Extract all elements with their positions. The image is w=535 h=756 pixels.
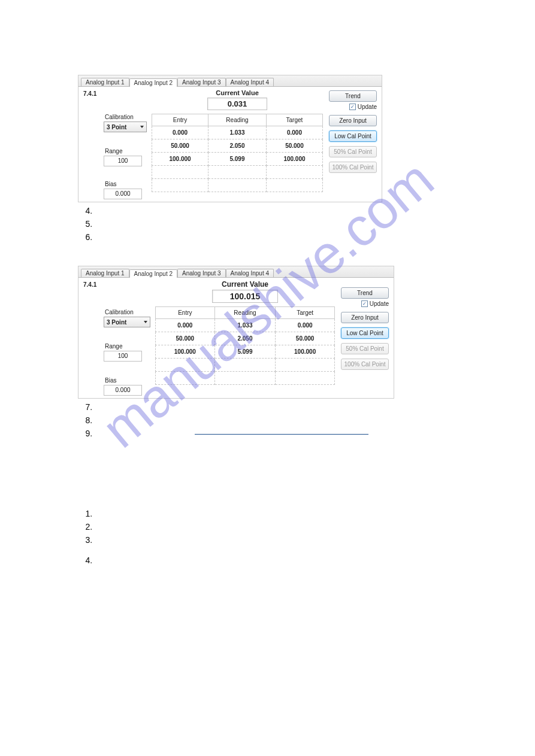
- tab-analog-input-3[interactable]: Analog Input 3: [177, 269, 226, 277]
- table-row: 50.0002.05050.000: [152, 139, 323, 153]
- calibration-table: Entry Reading Target 0.0001.0330.000 50.…: [152, 114, 323, 192]
- bias-label: Bias: [105, 377, 153, 384]
- col-entry: Entry: [156, 307, 215, 319]
- update-label: Update: [358, 104, 377, 110]
- low-cal-point-button[interactable]: Low Cal Point: [329, 130, 377, 142]
- list-item: x: [95, 429, 475, 438]
- low-cal-point-button[interactable]: Low Cal Point: [341, 327, 389, 339]
- col-target: Target: [266, 114, 322, 126]
- step-list-3: x x x x: [95, 509, 475, 565]
- calibration-table: Entry Reading Target 0.0001.0330.000 50.…: [155, 306, 335, 385]
- calibration-select[interactable]: 3 Point: [104, 122, 147, 132]
- section-number: 7.4.1: [81, 89, 101, 199]
- calibration-select[interactable]: 3 Point: [104, 317, 150, 327]
- tab-analog-input-1[interactable]: Analog Input 1: [81, 269, 129, 277]
- list-item: x: [95, 535, 475, 545]
- list-item: x: [95, 232, 475, 242]
- list-item: x: [95, 522, 475, 532]
- list-item: x: [95, 206, 475, 215]
- col-target: Target: [276, 307, 335, 319]
- tab-analog-input-2[interactable]: Analog Input 2: [129, 269, 178, 278]
- ui-screenshot-2: Analog Input 1 Analog Input 2 Analog Inp…: [78, 266, 394, 399]
- hundred-cal-point-button[interactable]: 100% Cal Point: [341, 359, 389, 370]
- table-row: [152, 166, 323, 179]
- calibration-value: 3 Point: [107, 124, 126, 130]
- section-number: 7.4.1: [81, 280, 101, 396]
- step-list-2: x x x: [95, 402, 475, 438]
- fifty-cal-point-button[interactable]: 50% Cal Point: [329, 146, 377, 157]
- tab-analog-input-4[interactable]: Analog Input 4: [226, 78, 274, 86]
- list-item: x: [95, 555, 475, 565]
- tab-bar: Analog Input 1 Analog Input 2 Analog Inp…: [78, 75, 382, 87]
- table-row: [156, 359, 335, 372]
- bias-input[interactable]: 0.000: [104, 385, 142, 396]
- checkbox-icon: ✓: [349, 104, 356, 110]
- range-label: Range: [105, 343, 153, 350]
- tab-analog-input-4[interactable]: Analog Input 4: [226, 269, 274, 277]
- fifty-cal-point-button[interactable]: 50% Cal Point: [341, 343, 389, 354]
- step-list-1: x x x: [95, 206, 475, 242]
- hundred-cal-point-button[interactable]: 100% Cal Point: [329, 162, 377, 173]
- bias-input[interactable]: 0.000: [104, 189, 142, 199]
- chevron-down-icon: [144, 321, 147, 323]
- trend-button[interactable]: Trend: [341, 287, 389, 299]
- ui-screenshot-1: Analog Input 1 Analog Input 2 Analog Inp…: [78, 75, 382, 202]
- current-value-label: Current Value: [155, 280, 335, 289]
- update-checkbox-row[interactable]: ✓ Update: [341, 300, 389, 307]
- update-checkbox-row[interactable]: ✓ Update: [329, 104, 377, 110]
- checkbox-icon: ✓: [361, 300, 368, 307]
- cross-reference-link[interactable]: [195, 434, 368, 435]
- range-label: Range: [105, 148, 149, 154]
- list-item: x: [95, 219, 475, 229]
- col-reading: Reading: [214, 307, 276, 319]
- range-input[interactable]: 100: [104, 351, 142, 362]
- list-item: x: [95, 415, 475, 425]
- calibration-label: Calibration: [105, 309, 153, 315]
- tab-analog-input-2[interactable]: Analog Input 2: [129, 78, 178, 87]
- zero-input-button[interactable]: Zero Input: [341, 312, 389, 323]
- tab-bar: Analog Input 1 Analog Input 2 Analog Inp…: [78, 266, 394, 278]
- table-row: 0.0001.0330.000: [152, 126, 323, 139]
- zero-input-button[interactable]: Zero Input: [329, 115, 377, 126]
- table-row: [152, 179, 323, 192]
- calibration-value: 3 Point: [107, 319, 126, 326]
- range-input[interactable]: 100: [104, 156, 142, 166]
- col-reading: Reading: [208, 114, 267, 126]
- trend-button[interactable]: Trend: [329, 90, 377, 102]
- table-row: [156, 372, 335, 385]
- col-entry: Entry: [152, 114, 208, 126]
- table-row: 0.0001.0330.000: [156, 319, 335, 332]
- update-label: Update: [370, 300, 389, 307]
- table-row: 100.0005.099100.000: [152, 153, 323, 166]
- calibration-label: Calibration: [105, 114, 149, 120]
- current-value-label: Current Value: [152, 89, 323, 96]
- list-item: x: [95, 402, 475, 412]
- table-row: 100.0005.099100.000: [156, 345, 335, 359]
- chevron-down-icon: [140, 126, 144, 128]
- tab-analog-input-1[interactable]: Analog Input 1: [81, 78, 129, 86]
- list-item: x: [95, 509, 475, 518]
- current-value-display: 100.015: [212, 290, 278, 303]
- tab-analog-input-3[interactable]: Analog Input 3: [177, 78, 226, 86]
- bias-label: Bias: [105, 181, 149, 187]
- current-value-display: 0.031: [207, 98, 267, 110]
- table-row: 50.0002.05050.000: [156, 332, 335, 345]
